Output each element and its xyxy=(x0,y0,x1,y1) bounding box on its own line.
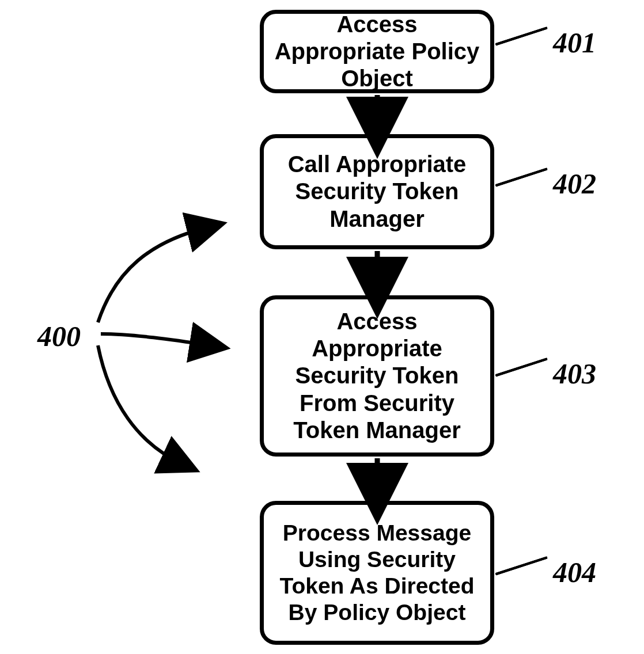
flow-step-text: Access Appropriate Security Token From S… xyxy=(270,308,484,444)
brace-arrow-bottom xyxy=(98,345,181,463)
flow-step-text: Process Message Using Security Token As … xyxy=(270,520,484,626)
step-label-401: 401 xyxy=(553,26,596,59)
flow-step-401: Access Appropriate Policy Object xyxy=(260,10,494,93)
flowchart-canvas: { "diagram": { "group_label": "400", "st… xyxy=(0,0,644,654)
leader-line-404 xyxy=(495,556,548,576)
brace-arrow-middle xyxy=(101,334,210,345)
flow-step-404: Process Message Using Security Token As … xyxy=(260,501,494,645)
step-label-402: 402 xyxy=(553,167,596,200)
brace-arrow-top xyxy=(98,227,207,322)
leader-line-402 xyxy=(495,168,548,187)
flow-step-403: Access Appropriate Security Token From S… xyxy=(260,295,494,457)
step-label-404: 404 xyxy=(553,556,596,589)
flow-step-text: Call Appropriate Security Token Manager xyxy=(270,151,484,233)
flow-step-text: Access Appropriate Policy Object xyxy=(270,11,484,93)
leader-line-401 xyxy=(495,26,548,46)
step-label-403: 403 xyxy=(553,357,596,390)
leader-line-403 xyxy=(495,358,548,377)
group-label-400: 400 xyxy=(37,320,81,353)
flow-step-402: Call Appropriate Security Token Manager xyxy=(260,134,494,249)
